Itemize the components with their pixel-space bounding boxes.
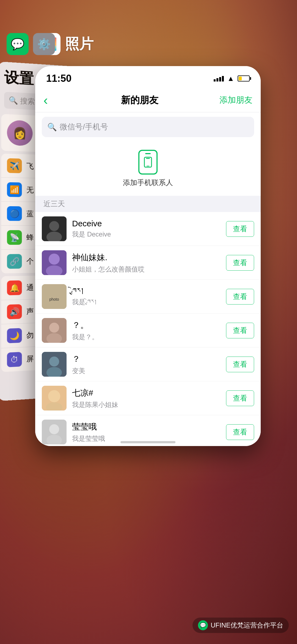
status-icons: ▲ (214, 74, 250, 83)
status-bar: 11:50 ▲ (35, 66, 261, 88)
contact-name-6: 莹莹哦 (72, 421, 221, 433)
view-button-5[interactable]: 查看 (226, 390, 254, 406)
contact-avatar-3 (42, 318, 67, 343)
notifications-icon: 🔔 (7, 280, 22, 295)
contact-bio-4: 变美 (72, 366, 221, 375)
svg-rect-9 (42, 284, 67, 309)
search-bar[interactable]: 🔍 微信号/手机号 (42, 117, 254, 137)
wifi-icon: ▲ (227, 74, 234, 83)
add-contacts-label: 添加手机联系人 (123, 178, 173, 188)
contact-bio-1: 小姐姐，怎么改善颜值哎 (72, 265, 221, 274)
contact-info-0: Deceive 我是 Deceive (72, 219, 221, 239)
contact-avatar-5 (42, 386, 67, 411)
bluetooth-icon: 🔵 (7, 206, 22, 221)
contact-item-2: photo ཀྱེར། 我是 ཀྱེར། 查看 (35, 280, 261, 314)
back-button[interactable]: ‹ (43, 93, 60, 108)
airplane-icon: ✈️ (7, 158, 22, 173)
contact-bio-2: 我是 ཀྱེར། (72, 298, 221, 306)
contact-info-2: ཀྱེར། 我是 ཀྱེར། (72, 287, 221, 306)
signal-icon (214, 75, 224, 81)
nav-bar: ‹ 新的朋友 添加朋友 (35, 88, 261, 112)
signal-bar-4 (222, 76, 224, 81)
cellular-icon: 📡 (7, 230, 22, 245)
settings-icon-small[interactable]: ⚙️ (33, 33, 55, 55)
contact-name-1: 神仙妹妹. (72, 252, 221, 263)
view-button-1[interactable]: 查看 (226, 255, 254, 271)
view-button-4[interactable]: 查看 (226, 357, 254, 372)
app-icons-row: 💬 ⚙️ (7, 33, 55, 55)
view-button-3[interactable]: 查看 (226, 323, 254, 338)
contact-name-4: ？ (72, 354, 221, 365)
screentime-icon: ⏱ (7, 352, 22, 367)
hotspot-icon: 🔗 (7, 254, 22, 269)
svg-point-15 (49, 357, 59, 366)
wechat-icon-small[interactable]: 💬 (7, 33, 29, 55)
contact-name-3: ？。 (72, 320, 221, 331)
section-header: 近三天 (35, 196, 261, 212)
view-button-6[interactable]: 查看 (226, 424, 254, 440)
search-placeholder: 搜索 (20, 96, 35, 107)
contact-item-5: 七凉# 我是陈果小姐妹 查看 (35, 381, 261, 415)
add-friend-button[interactable]: 添加朋友 (219, 94, 252, 106)
svg-rect-2 (147, 166, 149, 166)
contact-info-4: ？ 变美 (72, 354, 221, 375)
signal-bar-1 (214, 79, 216, 81)
contact-avatar-6 (42, 420, 67, 444)
contact-list: Deceive 我是 Deceive 查看 神仙妹妹. 小姐姐，怎么改善颜值哎 … (35, 212, 261, 446)
battery-fill (239, 77, 242, 80)
contact-name-5: 七凉# (72, 387, 221, 399)
contact-bio-5: 我是陈果小姐妹 (72, 400, 221, 409)
battery-icon (238, 75, 250, 81)
section-label: 近三天 (43, 200, 65, 208)
contact-info-5: 七凉# 我是陈果小姐妹 (72, 387, 221, 409)
contact-bio-0: 我是 Deceive (72, 230, 221, 239)
contact-avatar-1 (42, 250, 67, 275)
nav-title: 新的朋友 (60, 94, 219, 107)
signal-bar-3 (219, 77, 221, 81)
watermark-icon: 💬 (198, 620, 208, 630)
contact-avatar-0 (42, 216, 67, 241)
contact-avatar-4 (42, 352, 67, 377)
phone-contacts-icon (138, 150, 158, 175)
contact-item-3: ？。 我是？。 查看 (35, 314, 261, 347)
search-icon: 🔍 (47, 123, 57, 132)
dnd-icon: 🌙 (7, 328, 22, 343)
contact-info-6: 莹莹哦 我是莹莹哦 (72, 421, 221, 443)
contact-bio-3: 我是？。 (72, 333, 221, 341)
contact-item-1: 神仙妹妹. 小姐姐，怎么改善颜值哎 查看 (35, 246, 261, 280)
home-indicator (120, 441, 175, 443)
view-button-0[interactable]: 查看 (226, 221, 254, 237)
search-placeholder: 微信号/手机号 (60, 122, 108, 132)
svg-point-7 (49, 254, 60, 265)
watermark-text: UFINE优梵运营合作平台 (211, 621, 283, 630)
contact-info-3: ？。 我是？。 (72, 320, 221, 341)
search-icon: 🔍 (9, 96, 18, 105)
sound-icon: 🔊 (7, 304, 22, 319)
contact-info-1: 神仙妹妹. 小姐姐，怎么改善颜值哎 (72, 252, 221, 274)
svg-text:photo: photo (49, 297, 59, 301)
contact-item-4: ？ 变美 查看 (35, 347, 261, 381)
status-time: 11:50 (46, 73, 72, 84)
svg-point-12 (49, 323, 59, 333)
svg-point-18 (48, 390, 60, 402)
contact-item-0: Deceive 我是 Deceive 查看 (35, 212, 261, 246)
svg-rect-1 (146, 158, 150, 159)
contact-name-0: Deceive (72, 219, 221, 228)
view-button-2[interactable]: 查看 (226, 289, 254, 305)
contact-name-2: ཀྱེར། (72, 287, 221, 296)
svg-point-4 (49, 221, 59, 231)
contact-avatar-2: photo (42, 284, 67, 309)
profile-avatar: 👩 (7, 120, 32, 146)
signal-bar-2 (216, 78, 218, 81)
wechat-card: 11:50 ▲ ‹ 新的朋友 添加朋友 🔍 微信号/手机号 (35, 66, 261, 446)
add-contacts-section[interactable]: 添加手机联系人 (35, 142, 261, 196)
wifi-settings-icon: 📶 (7, 182, 22, 197)
watermark: 💬 UFINE优梵运营合作平台 (193, 618, 289, 633)
svg-point-21 (49, 424, 59, 434)
photos-title: 照片 (65, 34, 94, 54)
